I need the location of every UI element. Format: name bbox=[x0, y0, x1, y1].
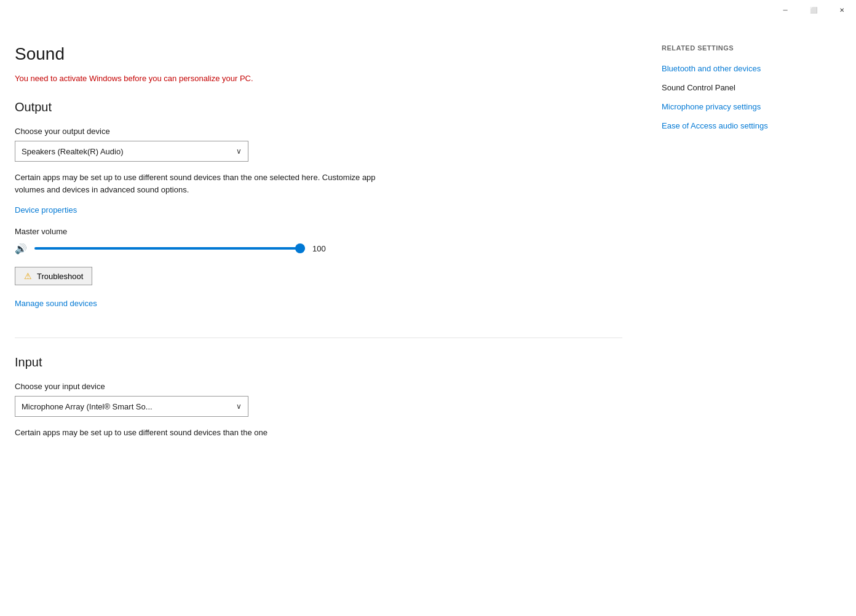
volume-icon: 🔊 bbox=[15, 243, 27, 255]
output-device-label: Choose your output device bbox=[15, 127, 622, 136]
output-description: Certain apps may be set up to use differ… bbox=[15, 172, 396, 195]
input-device-selected: Microphone Array (Intel® Smart So... bbox=[22, 402, 153, 411]
volume-value: 100 bbox=[312, 244, 331, 253]
troubleshoot-button[interactable]: ⚠ Troubleshoot bbox=[15, 267, 92, 285]
restore-button[interactable]: ⬜ bbox=[799, 0, 828, 20]
left-panel: Sound You need to activate Windows befor… bbox=[0, 20, 647, 616]
close-button[interactable]: ✕ bbox=[828, 0, 856, 20]
troubleshoot-label: Troubleshoot bbox=[37, 272, 83, 281]
minimize-button[interactable]: ─ bbox=[771, 0, 799, 20]
output-device-dropdown[interactable]: Speakers (Realtek(R) Audio) ∨ bbox=[15, 141, 248, 162]
related-link-sound-control-panel[interactable]: Sound Control Panel bbox=[662, 83, 841, 92]
page-title: Sound bbox=[15, 44, 622, 64]
output-dropdown-arrow-icon: ∨ bbox=[236, 147, 242, 156]
input-dropdown-arrow-icon: ∨ bbox=[236, 402, 242, 411]
input-section-title: Input bbox=[15, 355, 622, 369]
device-properties-link[interactable]: Device properties bbox=[15, 205, 77, 215]
volume-slider[interactable] bbox=[34, 242, 305, 255]
output-device-selected: Speakers (Realtek(R) Audio) bbox=[22, 147, 123, 156]
activation-warning: You need to activate Windows before you … bbox=[15, 74, 622, 83]
related-settings-title: Related Settings bbox=[662, 44, 841, 52]
volume-label: Master volume bbox=[15, 227, 622, 236]
manage-sound-devices-link[interactable]: Manage sound devices bbox=[15, 299, 97, 308]
related-link-bluetooth[interactable]: Bluetooth and other devices bbox=[662, 64, 841, 73]
volume-slider-track bbox=[34, 247, 305, 250]
section-divider bbox=[15, 338, 622, 338]
output-section-title: Output bbox=[15, 100, 622, 114]
input-device-label: Choose your input device bbox=[15, 382, 622, 391]
warning-icon: ⚠ bbox=[24, 271, 32, 281]
input-description: Certain apps may be set up to use differ… bbox=[15, 427, 396, 439]
titlebar: ─ ⬜ ✕ bbox=[771, 0, 856, 20]
volume-row: 🔊 100 bbox=[15, 242, 622, 255]
related-link-microphone-privacy[interactable]: Microphone privacy settings bbox=[662, 102, 841, 111]
right-panel: Related Settings Bluetooth and other dev… bbox=[647, 20, 856, 616]
main-content: Sound You need to activate Windows befor… bbox=[0, 20, 856, 616]
input-device-dropdown[interactable]: Microphone Array (Intel® Smart So... ∨ bbox=[15, 396, 248, 417]
volume-slider-thumb[interactable] bbox=[295, 243, 305, 253]
related-link-ease-of-access[interactable]: Ease of Access audio settings bbox=[662, 121, 841, 130]
